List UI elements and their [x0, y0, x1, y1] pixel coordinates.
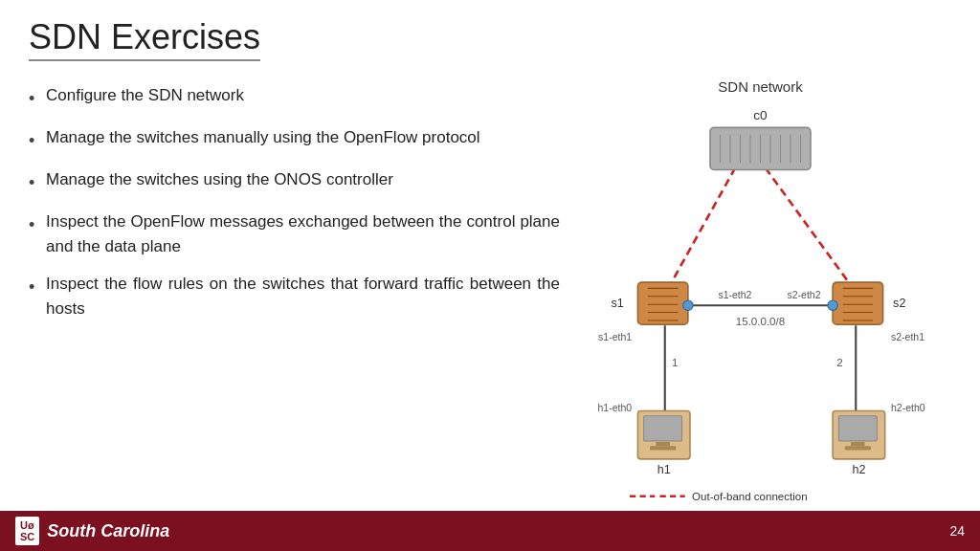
s1-port-indicator: [683, 300, 694, 311]
page-number: 24: [949, 523, 965, 539]
bullet-dot: •: [29, 170, 46, 196]
bullet-dot: •: [29, 86, 46, 112]
subnet-label: 15.0.0.0/8: [736, 316, 785, 327]
oob-line-c0-s2: [766, 167, 851, 285]
c0-label: c0: [753, 108, 768, 122]
h1-stand: [656, 442, 670, 446]
h1-label: h1: [657, 463, 671, 476]
h1-eth0-label: h1-eth0: [597, 402, 632, 413]
bullet-dot: •: [29, 212, 46, 238]
h1-monitor: [644, 416, 682, 441]
bullet-text: Configure the SDN network: [46, 83, 560, 108]
bullet-text: Manage the switches using the ONOS contr…: [46, 167, 560, 192]
list-item: • Manage the switches manually using the…: [29, 125, 560, 154]
s1-eth1-label: s1-eth1: [598, 331, 632, 342]
logo-line2: SC: [20, 531, 34, 542]
h2-label: h2: [852, 463, 865, 476]
s1-label: s1: [611, 297, 623, 310]
h2-eth0-label: h2-eth0: [891, 402, 925, 413]
legend-label: Out-of-band connection: [692, 491, 808, 501]
s1-eth2-label: s1-eth2: [718, 289, 751, 300]
list-item: • Inspect the flow rules on the switches…: [29, 272, 560, 320]
diagram-section: SDN network c0: [560, 78, 961, 509]
list-item: • Manage the switches using the ONOS con…: [29, 167, 560, 196]
h1-port-label: 1: [672, 357, 678, 368]
logo-line1: Uø: [20, 519, 34, 531]
h2-base: [845, 446, 871, 450]
bullet-list: • Configure the SDN network • Manage the…: [29, 78, 560, 509]
s2-port-indicator: [828, 300, 838, 311]
list-item: • Configure the SDN network: [29, 83, 560, 112]
list-item: • Inspect the OpenFlow messages exchange…: [29, 209, 560, 258]
network-diagram: c0 s1 s2 s1-eth2 s2: [560, 99, 961, 501]
s2-eth2-label: s2-eth2: [787, 289, 820, 300]
h2-port-label: 2: [836, 357, 842, 368]
oob-line-c0-s1: [670, 167, 735, 285]
title-section: SDN Exercises: [0, 0, 980, 69]
h2-monitor: [838, 416, 877, 441]
bullet-dot: •: [29, 128, 46, 154]
s2-label: s2: [893, 297, 905, 310]
diagram-title: SDN network: [560, 78, 961, 95]
s2-eth1-label: s2-eth1: [891, 331, 924, 342]
h1-base: [650, 446, 676, 450]
slide-title: SDN Exercises: [29, 17, 260, 61]
logo-badge: Uø SC: [15, 517, 39, 545]
bullet-text: Manage the switches manually using the O…: [46, 125, 560, 150]
school-name: South Carolina: [47, 521, 169, 541]
footer-logo: Uø SC South Carolina: [15, 517, 169, 545]
bullet-text: Inspect the flow rules on the switches t…: [46, 272, 560, 320]
bullet-dot: •: [29, 275, 46, 300]
h2-stand: [851, 442, 865, 446]
footer: Uø SC South Carolina 24: [0, 511, 980, 551]
content-area: • Configure the SDN network • Manage the…: [0, 69, 980, 509]
bullet-text: Inspect the OpenFlow messages exchanged …: [46, 209, 560, 258]
